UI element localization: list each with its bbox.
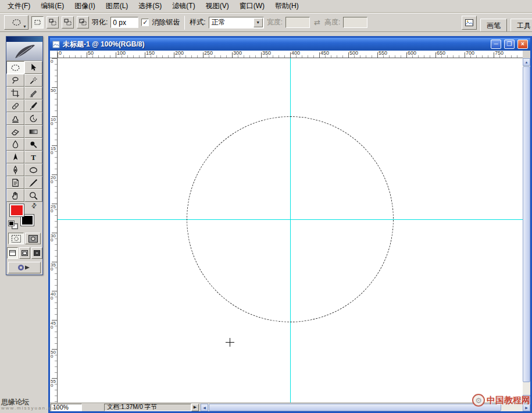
intersect-selection-mode-button[interactable] (77, 16, 89, 29)
scroll-up-icon[interactable]: ▲ (523, 58, 530, 66)
imageready-icon (17, 264, 32, 272)
menu-help[interactable]: 帮助(H) (270, 0, 304, 13)
swap-dimensions-icon[interactable]: ⇄ (313, 18, 322, 27)
document-window: 未标题-1 @ 100%(RGB/8) ─ ❐ × 05010015020025… (48, 36, 532, 413)
tool-clone-stamp[interactable] (6, 112, 24, 125)
tool-elliptical-marquee[interactable] (6, 61, 24, 74)
ruler-label: 550 (51, 379, 56, 387)
foreground-color-swatch[interactable] (10, 204, 24, 216)
standard-mode-button[interactable] (8, 233, 24, 244)
file-browser-button[interactable] (462, 16, 477, 30)
site-watermark: ⚙ 中国教程网 (472, 394, 530, 407)
eyedropper-icon (28, 178, 38, 188)
tool-history-brush[interactable] (24, 112, 42, 125)
ruler-label: 400 (291, 51, 300, 56)
tool-magic-wand[interactable] (24, 74, 42, 87)
minimize-button[interactable]: ─ (491, 40, 501, 49)
tool-eraser[interactable] (6, 125, 24, 138)
tool-blur[interactable] (6, 138, 24, 151)
ruler-label: 750 (495, 51, 504, 56)
menu-window[interactable]: 窗口(W) (234, 0, 270, 13)
tool-gradient[interactable] (24, 125, 42, 138)
fullscreen-icon (33, 250, 41, 257)
tool-crop[interactable] (6, 87, 24, 99)
ruler-label: 250 (51, 205, 56, 213)
toolbox-title-bar[interactable] (6, 37, 42, 42)
antialias-checkbox[interactable]: ✓ (141, 19, 149, 26)
tool-path-selection[interactable] (6, 151, 24, 163)
type-icon: T (28, 152, 38, 162)
menu-image[interactable]: 图像(I) (69, 0, 100, 13)
fullscreen-with-menu-button[interactable] (19, 247, 30, 259)
vertical-scroll-thumb[interactable] (523, 66, 530, 382)
document-icon (52, 41, 60, 48)
width-input[interactable] (285, 17, 310, 28)
style-select[interactable]: 正常 ▼ (209, 17, 264, 29)
tool-grid: T (6, 61, 42, 202)
height-input[interactable] (343, 17, 367, 28)
ruler-corner[interactable] (50, 51, 58, 58)
ruler-label: 650 (437, 51, 445, 56)
chevron-down-icon: ▼ (23, 24, 27, 29)
tool-hand[interactable] (6, 189, 24, 202)
close-button[interactable]: × (517, 40, 528, 49)
adobe-feather-logo (6, 42, 42, 61)
tool-pen[interactable] (6, 163, 24, 176)
document-size-status: 文档:1.37M/0 字节 (104, 404, 191, 411)
blur-drop-icon (10, 140, 20, 149)
site-watermark-text: 中国教程网 (487, 395, 530, 406)
document-title-bar[interactable]: 未标题-1 @ 100%(RGB/8) ─ ❐ × (50, 38, 530, 51)
imageready-row (6, 260, 42, 275)
tool-zoom[interactable] (24, 189, 42, 202)
ruler-label: 500 (349, 51, 358, 56)
ruler-label: 0 (51, 59, 56, 63)
vertical-scrollbar[interactable]: ▲ ▼ (523, 58, 530, 403)
palette-well: 画笔 工具 (462, 13, 532, 31)
tool-move[interactable] (24, 61, 42, 74)
menu-file[interactable]: 文件(F) (2, 0, 35, 13)
horizontal-scroll-thumb[interactable] (209, 404, 501, 411)
menu-edit[interactable]: 编辑(E) (35, 0, 69, 13)
add-selection-mode-button[interactable] (47, 16, 59, 29)
path-selection-arrow-icon (10, 152, 20, 162)
maximize-button[interactable]: ❐ (504, 40, 515, 49)
canvas[interactable] (58, 58, 523, 403)
tool-eyedropper[interactable] (24, 176, 42, 189)
tool-preset-picker[interactable]: ▼ (4, 15, 28, 30)
tool-brush[interactable] (24, 99, 42, 112)
pen-icon (10, 165, 20, 175)
status-bar: 100% 文档:1.37M/0 字节 ▶ ◀ ▶ (50, 403, 530, 411)
menu-filter[interactable]: 滤镜(T) (167, 0, 200, 13)
tool-notes[interactable] (6, 176, 24, 189)
menu-view[interactable]: 视图(V) (201, 0, 234, 13)
crosshair-cursor (226, 338, 234, 347)
standard-screen-mode-button[interactable] (7, 247, 18, 259)
vertical-ruler[interactable]: 050100150200250300350400450500550 (50, 58, 58, 403)
tool-type[interactable]: T (24, 151, 42, 163)
status-popup-button[interactable]: ▶ (191, 404, 199, 411)
swap-colors-icon[interactable]: ⇄ (30, 201, 39, 211)
menu-layer[interactable]: 图层(L) (101, 0, 134, 13)
feather-input[interactable] (110, 17, 138, 28)
document-info: 文档:1.37M/0 字节 ▶ (104, 404, 199, 411)
new-selection-mode-button[interactable] (31, 16, 44, 29)
scroll-left-icon[interactable]: ◀ (201, 404, 208, 411)
history-brush-icon (28, 114, 38, 124)
quick-mask-mode-button[interactable] (25, 233, 41, 244)
vertical-scroll-track[interactable] (523, 66, 530, 395)
document-content: 0501001502002503003504004505005506006507… (50, 51, 530, 411)
fullscreen-button[interactable] (31, 247, 42, 259)
tool-healing-brush[interactable] (6, 99, 24, 112)
tool-slice[interactable] (24, 87, 42, 99)
palette-tab-tool-presets[interactable]: 工具 (510, 19, 532, 31)
tool-lasso[interactable] (6, 74, 24, 87)
palette-tab-brushes[interactable]: 画笔 (480, 19, 507, 31)
subtract-selection-mode-button[interactable] (62, 16, 74, 29)
jump-to-imageready-button[interactable] (8, 262, 41, 273)
tool-dodge[interactable] (24, 138, 42, 151)
menu-select[interactable]: 选择(S) (133, 0, 167, 13)
default-colors-icon[interactable] (9, 221, 14, 226)
horizontal-ruler[interactable]: 0501001502002503003504004505005506006507… (58, 51, 523, 58)
chevron-down-icon[interactable]: ▼ (253, 18, 263, 27)
tool-ellipse-shape[interactable] (24, 163, 42, 176)
